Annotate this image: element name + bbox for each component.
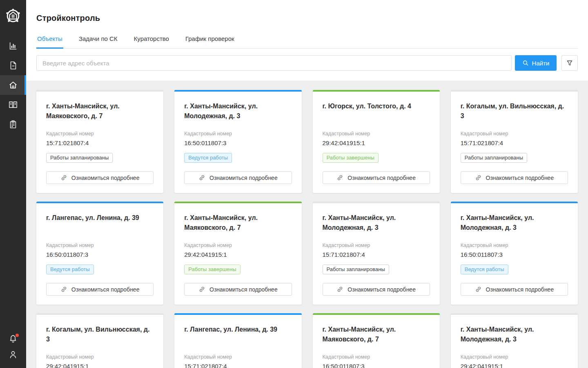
cadastral-number: 29:42:041915:1 <box>184 251 292 258</box>
home-icon <box>9 81 18 90</box>
details-button[interactable]: Ознакомиться подробнее <box>323 283 430 296</box>
clipboard-icon <box>9 120 18 129</box>
cadastral-number: 16:50:011807:3 <box>184 139 292 146</box>
details-button-label: Ознакомиться подробнее <box>486 175 554 181</box>
details-button-label: Ознакомиться подробнее <box>347 286 416 293</box>
details-button[interactable]: Ознакомиться подробнее <box>461 171 568 184</box>
cadastral-number: 15:71:021807:4 <box>184 363 292 368</box>
content-area: г. Ханты-Мансийск, ул. Маяковского, д. 7… <box>26 81 588 368</box>
details-button-label: Ознакомиться подробнее <box>71 286 140 293</box>
sidebar-item-journal[interactable] <box>0 95 26 114</box>
funnel-icon <box>566 59 573 67</box>
object-card[interactable]: г. Югорск, ул. Толстого, д. 4 Кадастровы… <box>313 90 440 193</box>
tab-curatorship[interactable]: Кураторство <box>133 33 170 49</box>
object-address: г. Когалым, ул. Вильнюсская, д. 3 <box>461 101 568 130</box>
tab-objects[interactable]: Объекты <box>36 33 63 49</box>
bar-chart-icon <box>9 41 18 50</box>
search-input[interactable] <box>36 55 512 71</box>
object-address: г. Лангепас, ул. Ленина, д. 39 <box>46 213 154 242</box>
cadastral-label: Кадастровый номер <box>184 354 292 360</box>
object-address: г. Ханты-Мансийск, ул. Молодежная, д. 3 <box>461 213 568 242</box>
sidebar-item-tasks[interactable] <box>0 114 26 134</box>
sidebar-item-notifications[interactable] <box>0 329 26 348</box>
cadastral-label: Кадастровый номер <box>323 242 430 248</box>
cadastral-number: 29:42:041915:1 <box>323 139 430 146</box>
cadastral-number: 29:42:041915:1 <box>461 363 568 368</box>
object-card[interactable]: г. Ханты-Мансийск, ул. Маяковского, д. 7… <box>313 313 440 368</box>
object-card[interactable]: г. Когалым, ул. Вильнюсская, д. 3 Кадаст… <box>36 313 163 368</box>
tabs: Объекты Задачи по СК Кураторство График … <box>36 33 578 49</box>
object-card[interactable]: г. Ханты-Мансийск, ул. Молодежная, д. 3 … <box>451 202 578 305</box>
filter-button[interactable] <box>561 55 578 71</box>
status-badge: Работы завершены <box>184 265 240 274</box>
object-address: г. Ханты-Мансийск, ул. Маяковского, д. 7 <box>46 101 154 130</box>
cadastral-label: Кадастровый номер <box>461 354 568 360</box>
details-button-label: Ознакомиться подробнее <box>209 286 278 293</box>
details-button[interactable]: Ознакомиться подробнее <box>184 283 292 296</box>
details-button[interactable]: Ознакомиться подробнее <box>184 171 292 184</box>
link-icon <box>198 174 205 181</box>
details-button[interactable]: Ознакомиться подробнее <box>46 171 154 184</box>
search-button[interactable]: Найти <box>515 55 557 71</box>
cadastral-label: Кадастровый номер <box>46 242 154 248</box>
cadastral-number: 29:42:041915:1 <box>46 363 154 368</box>
cadastral-label: Кадастровый номер <box>46 131 154 137</box>
object-address: г. Когалым, ул. Вильнюсская, д. 3 <box>46 325 154 354</box>
book-icon <box>8 100 18 109</box>
status-badge: Ведутся работы <box>461 265 508 274</box>
tab-tasks-sk[interactable]: Задачи по СК <box>78 33 118 49</box>
notification-dot <box>16 334 19 337</box>
user-icon <box>9 350 18 359</box>
page-header: Стройконтроль Объекты Задачи по СК Курат… <box>26 0 588 81</box>
object-card[interactable]: г. Ханты-Мансийск, ул. Молодежная, д. 3 … <box>313 202 440 305</box>
status-badge: Ведутся работы <box>46 265 94 274</box>
link-icon <box>336 174 343 181</box>
main-area: Стройконтроль Объекты Задачи по СК Курат… <box>26 0 588 368</box>
link-icon <box>475 174 482 181</box>
details-button[interactable]: Ознакомиться подробнее <box>323 171 430 184</box>
cadastral-label: Кадастровый номер <box>184 131 292 137</box>
search-bar: Найти <box>36 55 578 81</box>
object-card[interactable]: г. Ханты-Мансийск, ул. Молодежная, д. 3 … <box>174 90 301 193</box>
object-address: г. Ханты-Мансийск, ул. Маяковского, д. 7 <box>184 213 292 242</box>
object-card[interactable]: г. Ханты-Мансийск, ул. Маяковского, д. 7… <box>36 90 163 193</box>
cadastral-number: 16:50:011807:3 <box>461 251 568 258</box>
link-icon <box>198 286 205 293</box>
object-card[interactable]: г. Когалым, ул. Вильнюсская, д. 3 Кадаст… <box>451 90 578 193</box>
cadastral-number: 15:71:021807:4 <box>46 139 154 146</box>
object-card[interactable]: г. Лангепас, ул. Ленина, д. 39 Кадастров… <box>36 202 163 305</box>
cadastral-number: 15:71:021807:4 <box>461 139 568 146</box>
tab-inspection-schedule[interactable]: График проверок <box>185 33 235 49</box>
page-title: Стройконтроль <box>36 0 578 23</box>
details-button-label: Ознакомиться подробнее <box>486 286 554 293</box>
details-button-label: Ознакомиться подробнее <box>71 175 140 181</box>
object-address: г. Ханты-Мансийск, ул. Молодежная, д. 3 <box>184 101 292 130</box>
details-button[interactable]: Ознакомиться подробнее <box>461 283 568 296</box>
app-logo[interactable] <box>0 0 26 36</box>
status-badge: Ведутся работы <box>184 153 232 163</box>
details-button-label: Ознакомиться подробнее <box>347 175 416 181</box>
cadastral-label: Кадастровый номер <box>46 354 154 360</box>
link-icon <box>475 286 482 293</box>
search-button-label: Найти <box>532 60 550 67</box>
cadastral-label: Кадастровый номер <box>184 242 292 248</box>
object-card[interactable]: г. Ханты-Мансийск, ул. Маяковского, д. 7… <box>174 202 301 305</box>
document-icon <box>9 61 18 70</box>
cadastral-label: Кадастровый номер <box>323 354 430 360</box>
object-address: г. Ханты-Мансийск, ул. Молодежная, д. 3 <box>461 325 568 354</box>
link-icon <box>336 286 343 293</box>
link-icon <box>60 174 67 181</box>
cadastral-label: Кадастровый номер <box>461 242 568 248</box>
object-card[interactable]: г. Ханты-Мансийск, ул. Молодежная, д. 3 … <box>451 313 578 368</box>
link-icon <box>60 286 67 293</box>
details-button[interactable]: Ознакомиться подробнее <box>46 283 154 296</box>
sidebar-item-objects[interactable] <box>0 75 26 95</box>
sidebar-item-profile[interactable] <box>0 348 26 368</box>
sidebar-item-stats[interactable] <box>0 36 26 56</box>
sidebar-item-documents[interactable] <box>0 56 26 75</box>
details-button-label: Ознакомиться подробнее <box>209 175 278 181</box>
status-badge: Работы запланированы <box>46 153 113 163</box>
sidebar <box>0 0 26 368</box>
search-icon <box>522 60 529 66</box>
object-card[interactable]: г. Лангепас, ул. Ленина, д. 39 Кадастров… <box>174 313 301 368</box>
